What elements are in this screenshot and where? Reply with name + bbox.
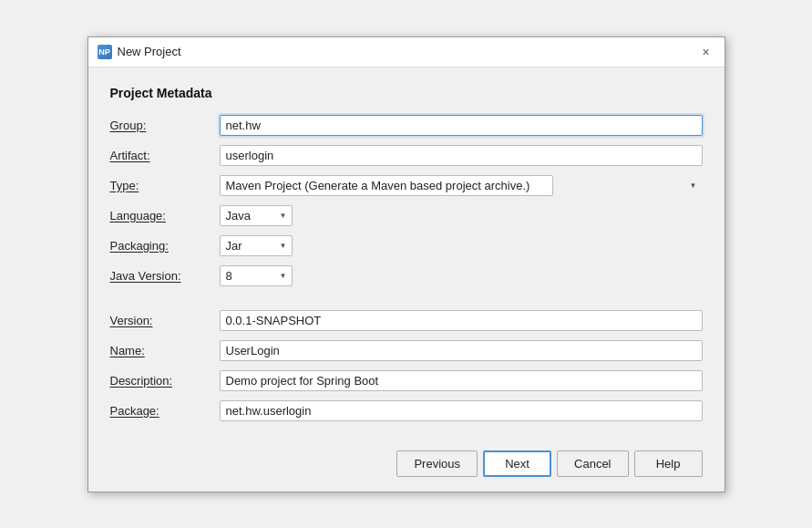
java-version-select-wrapper: 8 11 17 21: [220, 265, 293, 286]
new-project-dialog: NP New Project × Project Metadata Group:…: [87, 36, 725, 492]
close-button[interactable]: ×: [697, 43, 715, 61]
dialog-footer: Previous Next Cancel Help: [88, 440, 725, 492]
type-select-wrapper: Maven Project (Generate a Maven based pr…: [220, 175, 703, 196]
spacer2: [220, 295, 703, 301]
artifact-label: Artifact:: [110, 149, 220, 162]
package-label: Package:: [110, 404, 220, 418]
previous-button[interactable]: Previous: [396, 450, 478, 477]
java-version-select[interactable]: 8 11 17 21: [220, 265, 293, 286]
next-button[interactable]: Next: [483, 450, 551, 477]
version-label: Version:: [110, 314, 220, 327]
section-title: Project Metadata: [110, 86, 703, 100]
description-input[interactable]: [220, 370, 703, 391]
name-input[interactable]: [220, 340, 703, 361]
packaging-label: Packaging:: [110, 239, 220, 253]
language-wrapper: Java Kotlin Groovy: [220, 205, 703, 226]
title-bar-left: NP New Project: [98, 45, 181, 59]
spacer: [110, 295, 220, 301]
help-button[interactable]: Help: [634, 450, 703, 477]
packaging-select[interactable]: Jar War: [220, 235, 293, 256]
description-label: Description:: [110, 374, 220, 388]
java-version-wrapper: 8 11 17 21: [220, 265, 703, 286]
packaging-wrapper: Jar War: [220, 235, 703, 256]
group-label: Group:: [110, 119, 220, 132]
version-input[interactable]: [220, 310, 703, 331]
name-label: Name:: [110, 344, 220, 357]
package-input[interactable]: [220, 400, 703, 421]
type-select[interactable]: Maven Project (Generate a Maven based pr…: [220, 175, 553, 196]
language-select[interactable]: Java Kotlin Groovy: [220, 205, 293, 226]
dialog-body: Project Metadata Group: Artifact: Type: …: [88, 67, 725, 440]
dialog-title: New Project: [118, 45, 181, 58]
app-icon: NP: [98, 45, 112, 59]
group-input[interactable]: [220, 115, 703, 136]
packaging-select-wrapper: Jar War: [220, 235, 293, 256]
type-label: Type:: [110, 179, 220, 192]
artifact-input[interactable]: [220, 145, 703, 166]
language-select-wrapper: Java Kotlin Groovy: [220, 205, 293, 226]
language-label: Language:: [110, 209, 220, 223]
cancel-button[interactable]: Cancel: [557, 450, 628, 477]
form-grid: Group: Artifact: Type: Maven Project (Ge…: [110, 115, 703, 421]
title-bar: NP New Project ×: [88, 37, 725, 67]
java-version-label: Java Version:: [110, 269, 220, 283]
